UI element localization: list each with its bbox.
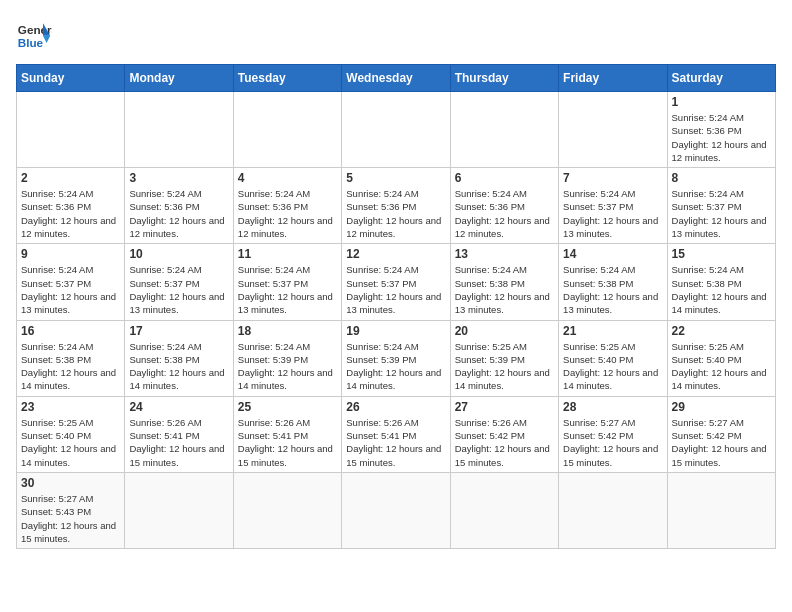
logo-icon: General Blue — [16, 16, 52, 52]
day-info: Sunrise: 5:27 AM Sunset: 5:42 PM Dayligh… — [672, 416, 771, 469]
calendar-cell: 25Sunrise: 5:26 AM Sunset: 5:41 PM Dayli… — [233, 396, 341, 472]
calendar-cell — [125, 92, 233, 168]
day-info: Sunrise: 5:24 AM Sunset: 5:37 PM Dayligh… — [563, 187, 662, 240]
day-number: 24 — [129, 400, 228, 414]
calendar-cell — [450, 92, 558, 168]
calendar-cell — [559, 472, 667, 548]
calendar-cell: 11Sunrise: 5:24 AM Sunset: 5:37 PM Dayli… — [233, 244, 341, 320]
day-info: Sunrise: 5:24 AM Sunset: 5:37 PM Dayligh… — [346, 263, 445, 316]
day-info: Sunrise: 5:26 AM Sunset: 5:41 PM Dayligh… — [238, 416, 337, 469]
calendar-cell: 24Sunrise: 5:26 AM Sunset: 5:41 PM Dayli… — [125, 396, 233, 472]
day-info: Sunrise: 5:24 AM Sunset: 5:37 PM Dayligh… — [238, 263, 337, 316]
day-info: Sunrise: 5:24 AM Sunset: 5:36 PM Dayligh… — [346, 187, 445, 240]
calendar-cell: 26Sunrise: 5:26 AM Sunset: 5:41 PM Dayli… — [342, 396, 450, 472]
day-number: 3 — [129, 171, 228, 185]
day-number: 12 — [346, 247, 445, 261]
calendar-cell: 14Sunrise: 5:24 AM Sunset: 5:38 PM Dayli… — [559, 244, 667, 320]
day-info: Sunrise: 5:24 AM Sunset: 5:36 PM Dayligh… — [455, 187, 554, 240]
day-number: 15 — [672, 247, 771, 261]
weekday-header-monday: Monday — [125, 65, 233, 92]
day-number: 14 — [563, 247, 662, 261]
day-number: 1 — [672, 95, 771, 109]
day-info: Sunrise: 5:24 AM Sunset: 5:38 PM Dayligh… — [129, 340, 228, 393]
day-info: Sunrise: 5:24 AM Sunset: 5:39 PM Dayligh… — [346, 340, 445, 393]
day-number: 6 — [455, 171, 554, 185]
day-number: 23 — [21, 400, 120, 414]
day-info: Sunrise: 5:27 AM Sunset: 5:42 PM Dayligh… — [563, 416, 662, 469]
day-info: Sunrise: 5:24 AM Sunset: 5:38 PM Dayligh… — [21, 340, 120, 393]
day-number: 8 — [672, 171, 771, 185]
day-number: 11 — [238, 247, 337, 261]
calendar-cell: 29Sunrise: 5:27 AM Sunset: 5:42 PM Dayli… — [667, 396, 775, 472]
day-number: 7 — [563, 171, 662, 185]
day-info: Sunrise: 5:24 AM Sunset: 5:38 PM Dayligh… — [455, 263, 554, 316]
day-info: Sunrise: 5:24 AM Sunset: 5:37 PM Dayligh… — [672, 187, 771, 240]
calendar-cell: 28Sunrise: 5:27 AM Sunset: 5:42 PM Dayli… — [559, 396, 667, 472]
weekday-header-row: SundayMondayTuesdayWednesdayThursdayFrid… — [17, 65, 776, 92]
day-info: Sunrise: 5:26 AM Sunset: 5:41 PM Dayligh… — [129, 416, 228, 469]
calendar-cell — [559, 92, 667, 168]
weekday-header-tuesday: Tuesday — [233, 65, 341, 92]
day-info: Sunrise: 5:24 AM Sunset: 5:37 PM Dayligh… — [129, 263, 228, 316]
day-info: Sunrise: 5:27 AM Sunset: 5:43 PM Dayligh… — [21, 492, 120, 545]
calendar-cell: 1Sunrise: 5:24 AM Sunset: 5:36 PM Daylig… — [667, 92, 775, 168]
day-info: Sunrise: 5:24 AM Sunset: 5:38 PM Dayligh… — [563, 263, 662, 316]
day-info: Sunrise: 5:25 AM Sunset: 5:40 PM Dayligh… — [21, 416, 120, 469]
calendar-cell: 3Sunrise: 5:24 AM Sunset: 5:36 PM Daylig… — [125, 168, 233, 244]
calendar-cell: 5Sunrise: 5:24 AM Sunset: 5:36 PM Daylig… — [342, 168, 450, 244]
day-info: Sunrise: 5:25 AM Sunset: 5:40 PM Dayligh… — [672, 340, 771, 393]
calendar-cell: 22Sunrise: 5:25 AM Sunset: 5:40 PM Dayli… — [667, 320, 775, 396]
calendar-cell — [17, 92, 125, 168]
calendar-cell: 9Sunrise: 5:24 AM Sunset: 5:37 PM Daylig… — [17, 244, 125, 320]
calendar-cell: 21Sunrise: 5:25 AM Sunset: 5:40 PM Dayli… — [559, 320, 667, 396]
weekday-header-thursday: Thursday — [450, 65, 558, 92]
calendar-cell: 7Sunrise: 5:24 AM Sunset: 5:37 PM Daylig… — [559, 168, 667, 244]
day-info: Sunrise: 5:24 AM Sunset: 5:37 PM Dayligh… — [21, 263, 120, 316]
day-info: Sunrise: 5:24 AM Sunset: 5:36 PM Dayligh… — [129, 187, 228, 240]
calendar-cell — [233, 472, 341, 548]
svg-text:Blue: Blue — [18, 36, 44, 49]
calendar-cell: 27Sunrise: 5:26 AM Sunset: 5:42 PM Dayli… — [450, 396, 558, 472]
calendar-cell: 15Sunrise: 5:24 AM Sunset: 5:38 PM Dayli… — [667, 244, 775, 320]
calendar-cell: 16Sunrise: 5:24 AM Sunset: 5:38 PM Dayli… — [17, 320, 125, 396]
calendar-cell: 13Sunrise: 5:24 AM Sunset: 5:38 PM Dayli… — [450, 244, 558, 320]
week-row-1: 2Sunrise: 5:24 AM Sunset: 5:36 PM Daylig… — [17, 168, 776, 244]
calendar-cell — [233, 92, 341, 168]
day-number: 4 — [238, 171, 337, 185]
weekday-header-friday: Friday — [559, 65, 667, 92]
calendar-table: SundayMondayTuesdayWednesdayThursdayFrid… — [16, 64, 776, 549]
calendar-cell: 20Sunrise: 5:25 AM Sunset: 5:39 PM Dayli… — [450, 320, 558, 396]
day-number: 28 — [563, 400, 662, 414]
day-number: 10 — [129, 247, 228, 261]
calendar-cell: 4Sunrise: 5:24 AM Sunset: 5:36 PM Daylig… — [233, 168, 341, 244]
day-number: 17 — [129, 324, 228, 338]
calendar-cell: 30Sunrise: 5:27 AM Sunset: 5:43 PM Dayli… — [17, 472, 125, 548]
calendar-cell: 17Sunrise: 5:24 AM Sunset: 5:38 PM Dayli… — [125, 320, 233, 396]
calendar-cell: 19Sunrise: 5:24 AM Sunset: 5:39 PM Dayli… — [342, 320, 450, 396]
day-info: Sunrise: 5:25 AM Sunset: 5:39 PM Dayligh… — [455, 340, 554, 393]
day-number: 18 — [238, 324, 337, 338]
day-number: 13 — [455, 247, 554, 261]
day-info: Sunrise: 5:24 AM Sunset: 5:36 PM Dayligh… — [672, 111, 771, 164]
calendar-cell — [667, 472, 775, 548]
day-number: 27 — [455, 400, 554, 414]
svg-marker-3 — [43, 36, 50, 43]
day-info: Sunrise: 5:26 AM Sunset: 5:41 PM Dayligh… — [346, 416, 445, 469]
week-row-5: 30Sunrise: 5:27 AM Sunset: 5:43 PM Dayli… — [17, 472, 776, 548]
day-info: Sunrise: 5:24 AM Sunset: 5:36 PM Dayligh… — [21, 187, 120, 240]
day-number: 19 — [346, 324, 445, 338]
week-row-4: 23Sunrise: 5:25 AM Sunset: 5:40 PM Dayli… — [17, 396, 776, 472]
day-number: 26 — [346, 400, 445, 414]
header: General Blue — [16, 16, 776, 52]
day-info: Sunrise: 5:24 AM Sunset: 5:38 PM Dayligh… — [672, 263, 771, 316]
day-number: 22 — [672, 324, 771, 338]
calendar-cell — [125, 472, 233, 548]
calendar-cell: 6Sunrise: 5:24 AM Sunset: 5:36 PM Daylig… — [450, 168, 558, 244]
day-number: 25 — [238, 400, 337, 414]
calendar-cell: 10Sunrise: 5:24 AM Sunset: 5:37 PM Dayli… — [125, 244, 233, 320]
day-info: Sunrise: 5:24 AM Sunset: 5:39 PM Dayligh… — [238, 340, 337, 393]
calendar-cell: 23Sunrise: 5:25 AM Sunset: 5:40 PM Dayli… — [17, 396, 125, 472]
week-row-3: 16Sunrise: 5:24 AM Sunset: 5:38 PM Dayli… — [17, 320, 776, 396]
day-number: 2 — [21, 171, 120, 185]
day-info: Sunrise: 5:24 AM Sunset: 5:36 PM Dayligh… — [238, 187, 337, 240]
